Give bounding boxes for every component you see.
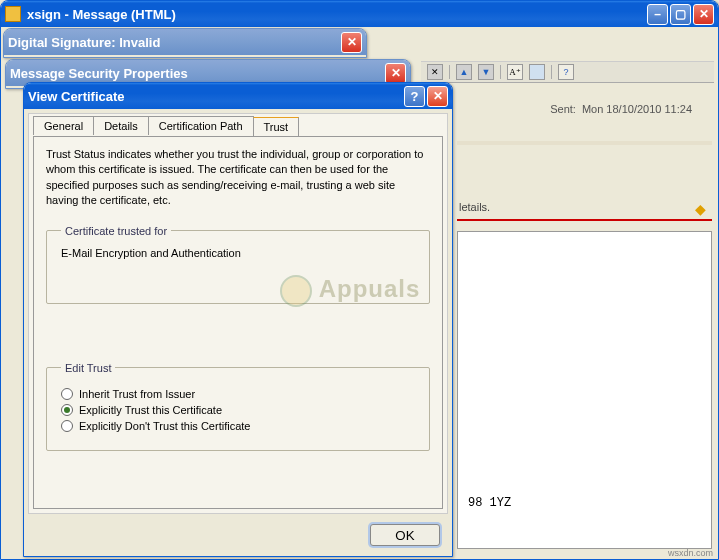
trusted-for-legend: Certificate trusted for — [61, 225, 171, 237]
sig-title: Digital Signature: Invalid — [8, 35, 160, 50]
sig-titlebar: Digital Signature: Invalid ✕ — [4, 29, 366, 55]
body-line-1: 98 1YZ — [468, 496, 701, 510]
cert-titlebar: View Certificate ? ✕ — [24, 83, 452, 109]
xsign-titlebar: xsign - Message (HTML) – ▢ ✕ — [1, 1, 718, 27]
radio-label: Inherit Trust from Issuer — [79, 388, 195, 400]
warning-diamond-icon: ◆ — [695, 201, 706, 217]
context-help-button[interactable]: ? — [404, 86, 425, 107]
close-x-icon[interactable]: ✕ — [427, 64, 443, 80]
up-arrow-icon[interactable]: ▲ — [456, 64, 472, 80]
edit-trust-group: Edit Trust Inherit Trust from Issuer Exp… — [46, 362, 430, 451]
tab-details[interactable]: Details — [93, 116, 149, 135]
xsign-title: xsign - Message (HTML) — [27, 7, 176, 22]
maximize-button[interactable]: ▢ — [670, 4, 691, 25]
certificate-trusted-for-group: Certificate trusted for E-Mail Encryptio… — [46, 225, 430, 304]
radio-icon — [61, 420, 73, 432]
message-body[interactable]: 98 1YZ ******************* ded only for … — [457, 231, 712, 549]
trust-description: Trust Status indicates whether you trust… — [46, 147, 430, 209]
message-header: Sent: Mon 18/10/2010 11:24 — [457, 95, 712, 145]
trust-tab-pane: Trust Status indicates whether you trust… — [33, 136, 443, 509]
cert-client-area: General Details Certification Path Trust… — [28, 113, 448, 514]
separator — [551, 65, 552, 79]
radio-explicitly-dont-trust[interactable]: Explicitly Don't Trust this Certificate — [61, 420, 415, 432]
sent-label: Sent: — [550, 103, 576, 115]
secondary-toolbar: ✕ ▲ ▼ A⁺ ? — [421, 61, 714, 83]
close-button[interactable]: ✕ — [385, 63, 406, 84]
edit-trust-legend: Edit Trust — [61, 362, 115, 374]
tab-general[interactable]: General — [33, 116, 94, 135]
radio-icon — [61, 404, 73, 416]
tab-trust[interactable]: Trust — [253, 117, 300, 136]
tab-certification-path[interactable]: Certification Path — [148, 116, 254, 135]
cert-tabs: General Details Certification Path Trust — [33, 116, 298, 135]
cert-title: View Certificate — [28, 89, 125, 104]
radio-explicitly-trust[interactable]: Explicitly Trust this Certificate — [61, 404, 415, 416]
help-toolbar-icon[interactable]: ? — [558, 64, 574, 80]
radio-icon — [61, 388, 73, 400]
details-bar: letails. ◆ — [457, 201, 712, 221]
font-larger-icon[interactable]: A⁺ — [507, 64, 523, 80]
view-certificate-dialog: View Certificate ? ✕ General Details Cer… — [23, 82, 453, 557]
down-arrow-icon[interactable]: ▼ — [478, 64, 494, 80]
credit-label: wsxdn.com — [668, 548, 713, 558]
radio-label: Explicitly Don't Trust this Certificate — [79, 420, 250, 432]
print-icon[interactable] — [529, 64, 545, 80]
separator — [500, 65, 501, 79]
outlook-icon — [5, 6, 21, 22]
details-text: letails. — [459, 201, 490, 213]
close-button[interactable]: ✕ — [427, 86, 448, 107]
radio-inherit-trust[interactable]: Inherit Trust from Issuer — [61, 388, 415, 400]
trusted-for-item: E-Mail Encryption and Authentication — [61, 247, 415, 259]
radio-label: Explicitly Trust this Certificate — [79, 404, 222, 416]
close-button[interactable]: ✕ — [341, 32, 362, 53]
minimize-button[interactable]: – — [647, 4, 668, 25]
sent-value: Mon 18/10/2010 11:24 — [582, 103, 692, 115]
ok-button[interactable]: OK — [370, 524, 440, 546]
msg-title: Message Security Properties — [10, 66, 188, 81]
separator — [449, 65, 450, 79]
digital-signature-window: Digital Signature: Invalid ✕ — [3, 28, 367, 58]
close-button[interactable]: ✕ — [693, 4, 714, 25]
